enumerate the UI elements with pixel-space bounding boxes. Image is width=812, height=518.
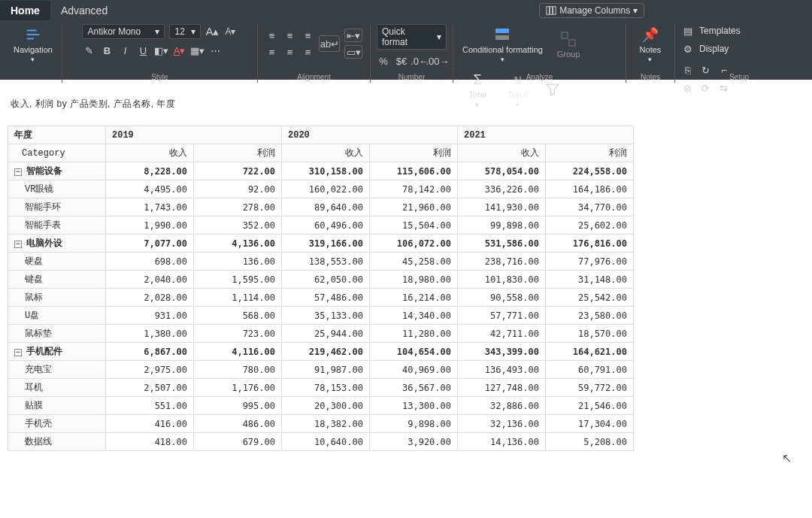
cell[interactable]: 551.00 [106,397,194,415]
align-center-icon[interactable]: ≡ [283,45,296,59]
cell[interactable]: 1,595.00 [194,271,282,289]
currency-button[interactable]: $€ [395,54,408,68]
decrease-font-icon[interactable]: A▾ [223,25,237,38]
cell[interactable]: 106,072.00 [370,235,458,253]
italic-button[interactable]: I [118,44,132,57]
table-row-label[interactable]: 鼠标 [8,289,106,307]
cell[interactable]: 343,399.00 [458,343,546,361]
cell[interactable]: 60,791.00 [546,361,634,379]
cell[interactable]: 136.00 [194,253,282,271]
cell[interactable]: 104,654.00 [370,343,458,361]
font-color-button[interactable]: A▾ [172,44,186,57]
cell[interactable]: 531,586.00 [458,235,546,253]
cell[interactable]: 4,495.00 [106,180,194,198]
quick-format-select[interactable]: Quick format▾ [377,24,447,50]
indent-button[interactable]: ⇤▾ [344,29,362,42]
cell[interactable]: 21,546.00 [546,397,634,415]
cell[interactable]: 78,142.00 [370,180,458,198]
sync-icon[interactable]: ⇆ [717,81,731,95]
cell[interactable]: 2,028.00 [106,289,194,307]
group-button[interactable]: Group [550,29,586,60]
cell[interactable]: 164,186.00 [546,180,634,198]
tab-home[interactable]: Home [0,1,50,20]
cell[interactable]: 18,570.00 [546,325,634,343]
font-family-select[interactable]: Antikor Mono▾ [82,24,165,39]
underline-button[interactable]: U [136,44,150,57]
cell[interactable]: 698.00 [106,253,194,271]
cell[interactable]: 238,716.00 [458,253,546,271]
table-row-label[interactable]: 智能手环 [8,198,106,217]
cell[interactable]: 2,040.00 [106,271,194,289]
table-row-label[interactable]: 充电宝 [8,361,106,379]
cell[interactable]: 723.00 [194,325,282,343]
templates-button[interactable]: ▤ Templates [681,24,741,38]
fill-color-button[interactable]: ◧▾ [154,44,168,57]
table-row-label[interactable]: 智能手表 [8,217,106,235]
align-middle-icon[interactable]: ≡ [283,29,296,42]
cell[interactable]: 136,493.00 [458,361,546,379]
navigation-button[interactable]: Navigation ▾ [11,24,56,65]
table-row-label[interactable]: VR眼镜 [8,180,106,198]
cell[interactable]: 2,507.00 [106,379,194,397]
border-button[interactable]: ▦▾ [190,44,204,57]
align-left-icon[interactable]: ≡ [265,45,278,59]
decimal-inc-icon[interactable]: .0← [413,54,426,68]
table-row-label[interactable]: 数据线 [8,433,106,451]
table-row-label[interactable]: 硬盘 [8,253,106,271]
cell[interactable]: 45,258.00 [370,253,458,271]
cell[interactable]: 36,567.00 [370,379,458,397]
tab-advanced[interactable]: Advanced [50,1,118,20]
cell[interactable]: 127,748.00 [458,379,546,397]
bold-button[interactable]: B [100,44,114,57]
cell[interactable]: 722.00 [194,162,282,180]
cell[interactable]: 3,920.00 [370,433,458,451]
conditional-formatting-button[interactable]: Conditional formatting▾ [459,24,546,65]
cell[interactable]: 6,867.00 [106,343,194,361]
table-row-label[interactable]: 贴膜 [8,397,106,415]
align-top-icon[interactable]: ≡ [265,29,278,42]
cell[interactable]: 18,382.00 [282,415,370,433]
cell[interactable]: 20,300.00 [282,397,370,415]
percent-button[interactable]: % [377,54,390,68]
cell[interactable]: 780.00 [194,361,282,379]
cell[interactable]: 18,980.00 [370,271,458,289]
increase-font-icon[interactable]: A▴ [205,25,219,38]
collapse-icon[interactable]: − [14,241,22,248]
cell[interactable]: 931.00 [106,307,194,325]
cell[interactable]: 319,166.00 [282,235,370,253]
header-category[interactable]: Category [8,144,106,162]
refresh-icon[interactable]: ⟳ [699,81,713,95]
header-2019[interactable]: 2019 [106,126,282,144]
wrap-text-button[interactable]: ab↵ [319,35,340,52]
cell[interactable]: 278.00 [194,198,282,217]
cell[interactable]: 13,300.00 [370,397,458,415]
cell[interactable]: 578,054.00 [458,162,546,180]
table-row-label[interactable]: 手机壳 [8,415,106,433]
cell[interactable]: 418.00 [106,433,194,451]
cell[interactable]: 89,640.00 [282,198,370,217]
cell[interactable]: 101,830.00 [458,271,546,289]
cell[interactable]: 32,136.00 [458,415,546,433]
cell[interactable]: 21,960.00 [370,198,458,217]
cell[interactable]: 1,114.00 [194,289,282,307]
collapse-icon[interactable]: − [14,168,22,176]
cell[interactable]: 679.00 [194,433,282,451]
cell[interactable]: 4,136.00 [194,235,282,253]
cell[interactable]: 115,606.00 [370,162,458,180]
decimal-dec-icon[interactable]: .00→ [431,54,444,68]
total-button[interactable]: Σ Total▾ [459,69,495,110]
cell[interactable]: 92.00 [194,180,282,198]
reset-icon[interactable]: ⊘ [681,81,695,95]
cell[interactable]: 78,153.00 [282,379,370,397]
cell[interactable]: 336,226.00 [458,180,546,198]
cell[interactable]: 164,621.00 [546,343,634,361]
cell[interactable]: 34,770.00 [546,198,634,217]
table-row-label[interactable]: U盘 [8,307,106,325]
header-2021[interactable]: 2021 [458,126,634,144]
cell[interactable]: 160,022.00 [282,180,370,198]
cell[interactable]: 310,158.00 [282,162,370,180]
header-2020[interactable]: 2020 [282,126,458,144]
cell[interactable]: 25,944.00 [282,325,370,343]
cell[interactable]: 568.00 [194,307,282,325]
cell[interactable]: 91,987.00 [282,361,370,379]
